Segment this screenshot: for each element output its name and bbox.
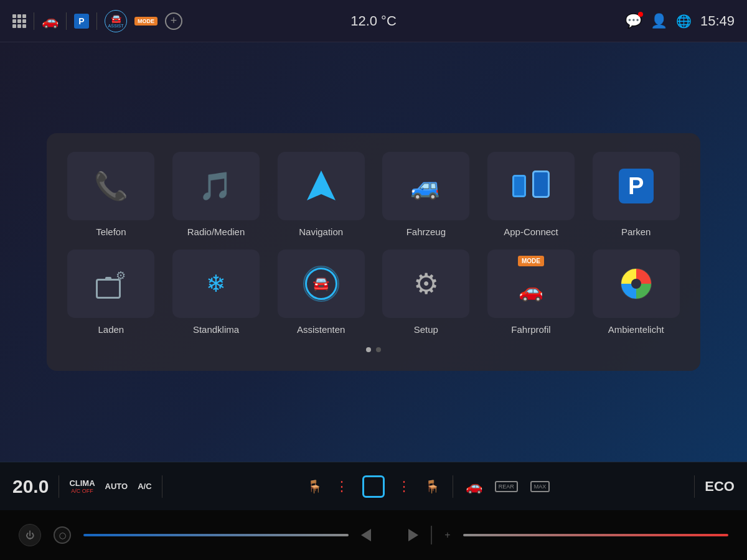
climate-temp: 20.0 xyxy=(12,476,49,497)
svg-point-2 xyxy=(631,279,641,289)
menu-dots-left[interactable]: ⋮ xyxy=(335,478,350,495)
status-left: 🚗 P 🚘 ASSIST MODE + xyxy=(12,10,253,32)
app-icon-laden[interactable]: ⚙ xyxy=(67,250,154,318)
app-item-fahrprofil[interactable]: MODE 🚗 Fahrprofil xyxy=(484,250,578,335)
app-item-ambientelicht[interactable]: Ambientelicht xyxy=(589,250,683,335)
app-item-parken[interactable]: P Parken xyxy=(589,152,683,237)
mode-badge[interactable]: MODE xyxy=(134,17,157,26)
app-grid-row2: ⚙ Laden ❄ Standklima 🚘 xyxy=(64,250,683,335)
notification-dot xyxy=(638,12,643,17)
app-item-navigation[interactable]: Navigation xyxy=(274,152,368,237)
clima-label-group: CLIMA A/C OFF xyxy=(69,478,95,494)
app-icon-telefon[interactable]: 📞 xyxy=(67,152,154,220)
back-button[interactable] xyxy=(361,529,371,541)
time-display: 15:49 xyxy=(700,13,735,29)
assist-icon: 🚘 xyxy=(305,268,337,300)
forward-button[interactable] xyxy=(408,529,418,541)
main-content: 📞 Telefon 🎵 Radio/Medien xyxy=(0,42,747,462)
globe-icon[interactable]: 🌐 xyxy=(676,14,692,29)
app-item-appconnect[interactable]: App-Connect xyxy=(484,152,578,237)
phone-icon: 📞 xyxy=(94,170,128,202)
menu-dots-right[interactable]: ⋮ xyxy=(397,478,412,495)
app-label-ambientelicht: Ambientelicht xyxy=(608,324,664,335)
max-badge[interactable]: MAX xyxy=(530,481,550,492)
mode-label-icon: MODE xyxy=(518,256,544,266)
app-icon-fahrzeug[interactable]: 🚙 xyxy=(382,152,469,220)
status-right: 💬 👤 🌐 15:49 xyxy=(494,13,735,29)
climate-controls: 🪑 ⋮ ⋮ 🪑 🚗 REAR MAX xyxy=(172,475,685,498)
page-dot-2[interactable] xyxy=(376,347,381,352)
assist-label: ASSIST xyxy=(108,24,124,28)
climate-divider-3 xyxy=(453,475,453,498)
ac-text[interactable]: A/C xyxy=(138,482,151,491)
app-icon-assistenten[interactable]: 🚘 xyxy=(278,250,365,318)
mode-car-icon: 🚗 xyxy=(519,279,543,302)
home-button[interactable] xyxy=(362,475,385,498)
grid-icon[interactable] xyxy=(12,14,26,28)
svg-marker-0 xyxy=(307,170,336,200)
car-back-icon[interactable]: 🚗 xyxy=(466,478,482,495)
volume-icon: + xyxy=(444,530,450,541)
rear-badge[interactable]: REAR xyxy=(495,481,518,492)
app-item-laden[interactable]: ⚙ Laden xyxy=(64,250,158,335)
app-icon-parken[interactable]: P xyxy=(593,152,680,220)
nav-arrow-icon xyxy=(306,169,337,203)
fahrprofil-content: MODE 🚗 xyxy=(519,265,543,302)
app-item-telefon[interactable]: 📞 Telefon xyxy=(64,152,158,237)
profile-icon[interactable]: 👤 xyxy=(651,13,667,29)
divider-3 xyxy=(96,12,97,30)
parking-app-icon: P xyxy=(619,169,654,203)
climate-divider-2 xyxy=(162,475,162,498)
ac-off-text: A/C OFF xyxy=(71,488,93,494)
app-label-fahrzeug: Fahrzeug xyxy=(406,226,446,237)
app-label-standklima: Standklima xyxy=(193,324,239,335)
app-icon-radio[interactable]: 🎵 xyxy=(172,152,260,220)
volume-slider-left[interactable] xyxy=(83,534,349,536)
seat-heat-left-icon[interactable]: 🪑 xyxy=(307,479,322,494)
seat-heat-right-icon[interactable]: 🪑 xyxy=(425,479,440,494)
app-label-navigation: Navigation xyxy=(299,226,343,237)
app-panel: 📞 Telefon 🎵 Radio/Medien xyxy=(47,133,700,371)
app-label-radio: Radio/Medien xyxy=(187,226,245,237)
assist-badge[interactable]: 🚘 ASSIST xyxy=(105,10,127,32)
temperature-display: 12.0 °C xyxy=(253,13,494,29)
app-item-fahrzeug[interactable]: 🚙 Fahrzeug xyxy=(379,152,473,237)
app-icon-appconnect[interactable] xyxy=(487,152,575,220)
page-dot-1[interactable] xyxy=(366,347,371,352)
app-item-setup[interactable]: ⚙ Setup xyxy=(379,250,473,335)
app-label-laden: Laden xyxy=(98,324,124,335)
app-label-telefon: Telefon xyxy=(96,226,126,237)
volume-slider-right[interactable] xyxy=(463,534,728,536)
power-button[interactable]: ⏻ xyxy=(19,524,41,546)
snowflake-icon: ❄ xyxy=(206,270,226,297)
app-icon-setup[interactable]: ⚙ xyxy=(382,250,469,318)
status-bar: 🚗 P 🚘 ASSIST MODE + 12.0 °C 💬 👤 🌐 15:49 xyxy=(0,0,747,42)
clima-text: CLIMA xyxy=(69,478,95,488)
app-icon-navigation[interactable] xyxy=(278,152,365,220)
color-wheel-icon xyxy=(620,268,652,300)
app-label-appconnect: App-Connect xyxy=(504,226,558,237)
app-item-radio[interactable]: 🎵 Radio/Medien xyxy=(169,152,263,237)
assist-car-icon: 🚘 xyxy=(111,14,121,24)
parking-badge[interactable]: P xyxy=(74,14,89,29)
app-item-assistenten[interactable]: 🚘 Assistenten xyxy=(274,250,368,335)
app-icon-standklima[interactable]: ❄ xyxy=(172,250,260,318)
menu-button[interactable]: ◯ xyxy=(54,526,71,544)
appconnect-icon xyxy=(512,170,550,202)
physical-bar: ⏻ ◯ + xyxy=(0,510,747,560)
auto-text[interactable]: AUTO xyxy=(105,482,128,491)
climate-bar: 20.0 CLIMA A/C OFF AUTO A/C 🪑 ⋮ ⋮ 🪑 🚗 RE… xyxy=(0,462,747,510)
car-status-icon: 🚗 xyxy=(42,13,59,29)
message-icon[interactable]: 💬 xyxy=(625,13,642,29)
divider-2 xyxy=(66,12,67,30)
app-icon-fahrprofil[interactable]: MODE 🚗 xyxy=(487,250,575,318)
add-button[interactable]: + xyxy=(165,12,182,30)
climate-divider-4 xyxy=(694,475,695,498)
gear-icon: ⚙ xyxy=(413,267,439,301)
app-item-standklima[interactable]: ❄ Standklima xyxy=(169,250,263,335)
app-label-setup: Setup xyxy=(414,324,438,335)
divider-1 xyxy=(34,12,34,30)
pagination xyxy=(64,347,683,352)
app-icon-ambientelicht[interactable] xyxy=(593,250,680,318)
app-grid-row1: 📞 Telefon 🎵 Radio/Medien xyxy=(64,152,683,237)
